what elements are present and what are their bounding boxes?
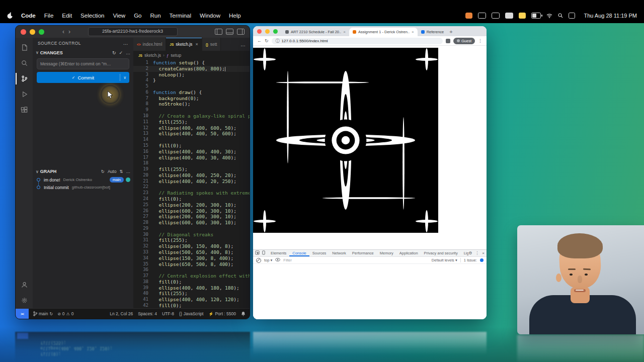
code-line[interactable]: 9 xyxy=(133,107,250,113)
code-line[interactable]: 37 // Central explosion effect with var xyxy=(133,273,250,279)
code-line[interactable]: 35 ellipse(650, 500, 8, 400); xyxy=(133,261,250,267)
code-line[interactable]: 11 fill(255); xyxy=(133,119,250,125)
code-line[interactable]: 22 xyxy=(133,184,250,190)
minimize-window-button[interactable] xyxy=(265,29,270,34)
code-line[interactable]: 8 noStroke(); xyxy=(133,101,250,107)
code-line[interactable]: 30 // Diagonal streaks xyxy=(133,232,250,238)
devtools-more-icon[interactable]: ⋮ xyxy=(475,251,479,255)
site-info-icon[interactable]: ⓘ xyxy=(276,38,280,44)
menubar-item-help[interactable]: Help xyxy=(229,13,241,19)
breadcrumb[interactable]: JS sketch.js › ƒ setup xyxy=(133,51,250,60)
code-line[interactable]: 2 createCanvas(800, 800); xyxy=(133,66,250,72)
code-line[interactable]: 19 fill(255); xyxy=(133,166,250,172)
clear-console-icon[interactable] xyxy=(256,258,261,263)
apple-menu-icon[interactable] xyxy=(7,12,13,19)
editor-tab-sketch-js[interactable]: JSsketch.js× xyxy=(166,38,202,51)
spotlight-icon[interactable] xyxy=(558,13,563,18)
code-line[interactable]: 6function draw() { xyxy=(133,89,250,96)
stage-manager-icon[interactable] xyxy=(492,13,500,19)
live-server-port[interactable]: ⚡ Port : 5500 xyxy=(208,311,236,316)
code-line[interactable]: 31 fill(255); xyxy=(133,237,250,243)
vscode-titlebar[interactable]: ‹› 25fa-art2210-hw1-fredeerock3 xyxy=(16,26,250,38)
devtools-tab-elements[interactable]: Elements xyxy=(268,250,289,256)
camera-icon[interactable] xyxy=(519,13,526,19)
commit-all-icon[interactable]: ✓ xyxy=(119,50,123,55)
devtools-tab-network[interactable]: Network xyxy=(329,250,349,256)
code-line[interactable]: 7 background(0); xyxy=(133,96,250,102)
code-line[interactable]: 20 ellipse(400, 400, 250, 20); xyxy=(133,172,250,178)
address-bar[interactable]: ⓘ 127.0.0.1:5500/index.html xyxy=(272,38,443,44)
breadcrumb-file[interactable]: sketch.js xyxy=(144,53,161,58)
commit-dropdown-icon[interactable]: ∨ xyxy=(123,75,126,80)
url-text[interactable]: 127.0.0.1:5500/index.html xyxy=(282,39,328,43)
graph-more-icon[interactable]: … xyxy=(126,169,131,174)
tab-close-icon[interactable]: × xyxy=(195,42,198,47)
menubar-item-code[interactable]: Code xyxy=(21,13,36,19)
changes-section-header[interactable]: ∨ CHANGES ↻ ✓ … xyxy=(33,48,133,57)
account-icon[interactable] xyxy=(16,277,33,293)
code-line[interactable]: 16 ellipse(400, 400, 400, 30); xyxy=(133,149,250,155)
eye-icon[interactable] xyxy=(275,258,280,262)
code-line[interactable]: 13 ellipse(400, 400, 50, 600); xyxy=(133,131,250,137)
code-line[interactable]: 17 ellipse(400, 400, 30, 400); xyxy=(133,155,250,161)
tab-close-icon[interactable]: × xyxy=(412,30,414,34)
language-mode[interactable]: {}JavaScript xyxy=(179,311,203,316)
back-icon[interactable]: ← xyxy=(257,38,262,43)
commit-button[interactable]: ✓ Commit ∨ xyxy=(37,72,129,83)
inspect-element-icon[interactable] xyxy=(255,250,260,256)
editor-actions-more-icon[interactable]: … xyxy=(236,38,250,51)
devtools-tab-sources[interactable]: Sources xyxy=(309,250,330,256)
devtools-tab-console[interactable]: Console xyxy=(289,250,309,256)
console-filter-input[interactable]: Filter xyxy=(283,258,292,262)
editor-tab-index-html[interactable]: <>index.html xyxy=(133,38,166,51)
code-line[interactable]: 41 ellipse(400, 400, 120, 120); xyxy=(133,297,250,303)
run-debug-icon[interactable] xyxy=(16,86,33,102)
code-line[interactable]: 38 fill(0); xyxy=(133,279,250,285)
toggle-panel-icon[interactable] xyxy=(226,29,233,35)
remote-indicator[interactable]: >< xyxy=(16,309,29,319)
log-levels-dropdown[interactable]: Default levels ▾ xyxy=(432,258,457,262)
code-line[interactable]: 33 ellipse(500, 650, 400, 8); xyxy=(133,249,250,255)
menubar-item-view[interactable]: View xyxy=(113,13,125,19)
code-line[interactable]: 39 ellipse(400, 400, 180, 180); xyxy=(133,285,250,291)
editor-tab-sett[interactable]: {}sett xyxy=(202,38,221,51)
close-window-button[interactable] xyxy=(21,29,26,35)
code-line[interactable]: 32 ellipse(300, 150, 400, 8); xyxy=(133,243,250,249)
device-toolbar-icon[interactable] xyxy=(262,250,266,256)
settings-gear-icon[interactable] xyxy=(16,293,33,308)
new-tab-button[interactable]: + xyxy=(449,29,452,35)
command-center-search[interactable]: 25fa-art2210-hw1-fredeerock3 xyxy=(88,27,178,36)
screen-record-icon[interactable] xyxy=(465,13,472,19)
code-line[interactable]: 29 xyxy=(133,226,250,232)
code-line[interactable]: 27 ellipse(200, 600, 300, 10); xyxy=(133,214,250,220)
graph-commit-row[interactable]: Initial commitgithub-classroom[bot] xyxy=(33,184,133,191)
commit-message-input[interactable]: Message (⌘Enter to commit on "m… xyxy=(37,58,129,69)
code-line[interactable]: 5 xyxy=(133,83,250,89)
graph-commit-row[interactable]: im done!Derick Ostrenkomain xyxy=(33,176,133,184)
console-output-area[interactable] xyxy=(253,264,487,319)
issues-counter[interactable]: 1 Issue: xyxy=(464,258,477,262)
code-line[interactable]: 18 xyxy=(133,160,250,166)
code-line[interactable]: 40 fill(255); xyxy=(133,291,250,297)
menubar-item-file[interactable]: File xyxy=(44,13,54,19)
browser-menu-icon[interactable]: ⋮ xyxy=(478,38,482,43)
code-editor[interactable]: 1function setup() {2 createCanvas(800, 8… xyxy=(133,60,250,308)
devtools-tab-lighthouse[interactable]: Lighthouse xyxy=(461,250,468,256)
graph-auto-label[interactable]: Auto xyxy=(108,169,117,174)
graph-section-header[interactable]: ∨ GRAPH ↻ Auto ⇅ … xyxy=(33,167,133,176)
code-line[interactable]: 3 noLoop(); xyxy=(133,72,250,78)
search-icon[interactable] xyxy=(16,55,33,71)
refresh-icon[interactable]: ↻ xyxy=(112,50,116,55)
branch-indicator[interactable]: main ↻ xyxy=(33,311,53,316)
close-window-button[interactable] xyxy=(257,29,262,34)
wifi-icon[interactable] xyxy=(546,14,552,18)
menubar-item-edit[interactable]: Edit xyxy=(62,13,72,19)
browser-tab[interactable]: Assignment 1 - Derick Ostren..× xyxy=(349,28,418,36)
code-line[interactable]: 10 // Create a galaxy-like spiral patte xyxy=(133,113,250,119)
menubar-item-run[interactable]: Run xyxy=(150,13,160,19)
browser-tab[interactable]: ART 2210 Schedule - Fall 20..× xyxy=(282,28,349,36)
code-line[interactable]: 1function setup() { xyxy=(133,60,250,66)
code-line[interactable]: 25 ellipse(200, 200, 300, 10); xyxy=(133,202,250,208)
minimize-window-button[interactable] xyxy=(30,29,35,35)
menubar-item-window[interactable]: Window xyxy=(200,13,220,19)
